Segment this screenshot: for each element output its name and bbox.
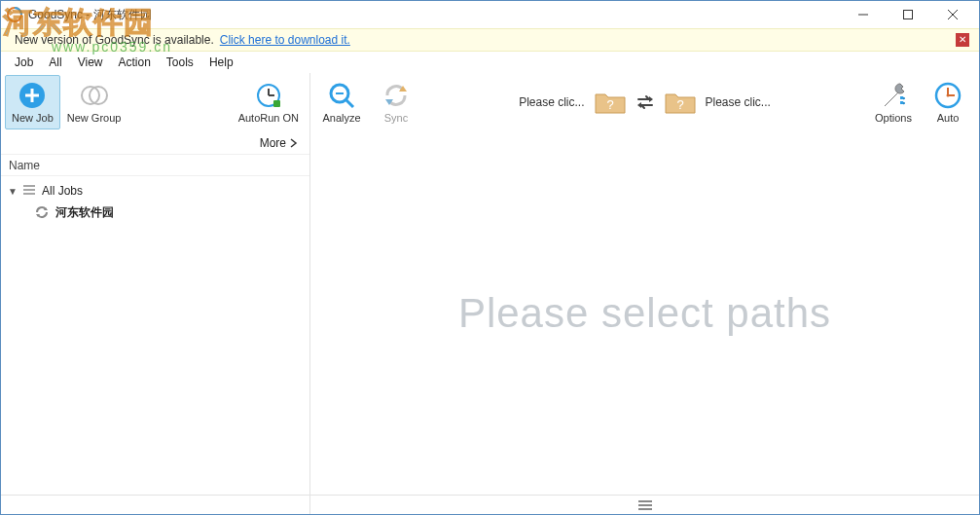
- status-right: [310, 496, 979, 514]
- tree-root-row[interactable]: ▼ All Jobs: [7, 180, 304, 202]
- auto-label: Auto: [937, 112, 960, 124]
- options-label: Options: [875, 112, 912, 124]
- expand-toggle-icon[interactable]: ▼: [7, 186, 18, 197]
- autorun-button[interactable]: AutoRun ON: [232, 75, 306, 129]
- menu-view[interactable]: View: [70, 54, 111, 71]
- toolbar-right: Analyze Sync Please clic... ? ?: [310, 73, 979, 131]
- toolbar: New Job New Group AutoRun ON A: [1, 73, 979, 131]
- new-group-button[interactable]: New Group: [60, 75, 128, 129]
- wrench-icon: [879, 81, 908, 110]
- sync-icon: [381, 81, 411, 110]
- side-panel: More Name ▼ All Jobs 河东软件园: [1, 131, 310, 495]
- tree-root-label: All Jobs: [42, 184, 83, 198]
- toolbar-left: New Job New Group AutoRun ON: [1, 73, 310, 131]
- job-tree: ▼ All Jobs 河东软件园: [1, 176, 309, 227]
- svg-line-15: [346, 100, 353, 107]
- window-title: GoodSync - 河东软件园: [28, 7, 841, 23]
- sync-button[interactable]: Sync: [369, 75, 423, 129]
- svg-rect-2: [904, 11, 913, 19]
- svg-rect-36: [638, 508, 652, 510]
- svg-rect-34: [638, 500, 652, 502]
- analyze-label: Analyze: [322, 112, 360, 124]
- more-button[interactable]: More: [1, 131, 309, 155]
- update-notification-bar: New version of GoodSync is available. Cl…: [1, 28, 979, 52]
- log-toggle-icon[interactable]: [638, 497, 652, 514]
- name-column-header[interactable]: Name: [1, 155, 309, 176]
- list-icon: [22, 183, 36, 200]
- svg-marker-21: [637, 102, 641, 108]
- main-panel: Please select paths: [310, 131, 979, 495]
- close-button[interactable]: [930, 1, 975, 28]
- tree-job-label: 河东软件园: [55, 204, 114, 221]
- maximize-button[interactable]: [886, 1, 930, 28]
- svg-text:?: ?: [606, 97, 613, 112]
- left-folder-button[interactable]: ?: [595, 90, 626, 115]
- status-bar: [1, 495, 979, 514]
- placeholder-text: Please select paths: [458, 290, 831, 337]
- svg-text:?: ?: [676, 97, 683, 112]
- more-label: More: [260, 136, 286, 150]
- menu-action[interactable]: Action: [111, 54, 159, 71]
- chevron-right-icon: [290, 138, 298, 148]
- svg-rect-23: [900, 96, 903, 99]
- new-job-button[interactable]: New Job: [5, 75, 60, 129]
- magnify-icon: [327, 81, 356, 110]
- autorun-label: AutoRun ON: [238, 112, 299, 124]
- options-button[interactable]: Options: [866, 75, 921, 129]
- group-icon: [80, 81, 109, 110]
- menu-all[interactable]: All: [41, 54, 69, 71]
- status-left: [1, 496, 310, 514]
- app-window: GoodSync - 河东软件园 New version of GoodSync…: [0, 0, 980, 515]
- body: More Name ▼ All Jobs 河东软件园: [1, 131, 979, 495]
- minimize-button[interactable]: [841, 1, 886, 28]
- new-group-label: New Group: [67, 112, 122, 124]
- update-download-link[interactable]: Click here to download it.: [220, 33, 350, 47]
- titlebar: GoodSync - 河东软件园: [1, 1, 979, 28]
- app-icon: [7, 7, 22, 22]
- update-text: New version of GoodSync is available.: [15, 33, 214, 47]
- tree-job-row[interactable]: 河东软件园: [7, 202, 304, 223]
- svg-rect-24: [900, 101, 903, 104]
- path-selector-area: Please clic... ? ? Please clic...: [519, 90, 771, 115]
- right-folder-button[interactable]: ?: [665, 90, 696, 115]
- sync-label: Sync: [384, 112, 408, 124]
- menu-job[interactable]: Job: [7, 54, 41, 71]
- left-path-text: Please clic...: [519, 95, 584, 109]
- close-notification-button[interactable]: ✕: [956, 33, 969, 47]
- svg-marker-20: [649, 96, 653, 102]
- auto-button[interactable]: Auto: [921, 75, 975, 129]
- svg-point-28: [947, 94, 950, 97]
- clock-auto-icon: [933, 81, 962, 110]
- menu-tools[interactable]: Tools: [159, 54, 201, 71]
- svg-rect-13: [273, 100, 280, 107]
- analyze-button[interactable]: Analyze: [314, 75, 369, 129]
- menubar: Job All View Action Tools Help: [1, 52, 979, 73]
- sync-job-icon: [34, 204, 50, 220]
- right-path-text: Please clic...: [706, 95, 771, 109]
- clock-icon: [254, 81, 283, 110]
- swap-arrows-icon[interactable]: [635, 92, 655, 112]
- plus-circle-icon: [18, 81, 47, 110]
- menu-help[interactable]: Help: [201, 54, 241, 71]
- svg-rect-35: [638, 504, 652, 506]
- new-job-label: New Job: [12, 112, 54, 124]
